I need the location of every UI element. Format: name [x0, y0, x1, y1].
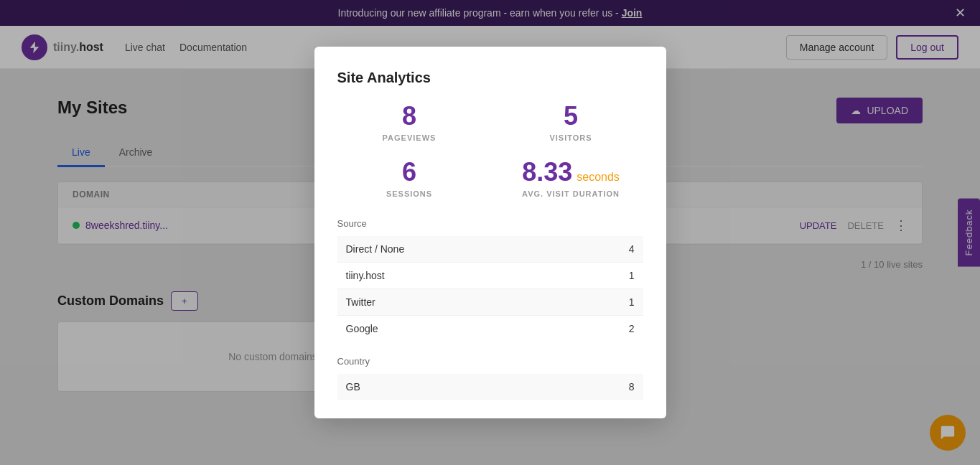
source-name: tiiny.host: [337, 262, 572, 288]
visitors-value: 5: [499, 103, 643, 129]
country-row: GB8: [337, 374, 643, 400]
stats-grid: 8 PAGEVIEWS 5 VISITORS 6 SESSIONS 8.33 s…: [337, 103, 643, 198]
source-section-label: Source: [337, 218, 643, 229]
avg-duration-label: AVG. VISIT DURATION: [499, 189, 643, 198]
source-count: 1: [572, 288, 643, 315]
avg-duration-value: 8.33 seconds: [499, 159, 643, 185]
source-count: 4: [572, 236, 643, 263]
source-count: 1: [572, 262, 643, 288]
avg-duration-stat: 8.33 seconds AVG. VISIT DURATION: [499, 159, 643, 198]
pageviews-label: PAGEVIEWS: [337, 133, 482, 142]
sessions-stat: 6 SESSIONS: [337, 159, 482, 198]
source-name: Google: [337, 315, 572, 342]
sessions-label: SESSIONS: [337, 189, 482, 198]
source-name: Direct / None: [337, 236, 572, 263]
source-row: Direct / None4: [337, 236, 643, 263]
visitors-label: VISITORS: [499, 133, 643, 142]
country-name: GB: [337, 374, 515, 400]
pageviews-value: 8: [337, 103, 482, 129]
source-row: tiiny.host1: [337, 262, 643, 288]
source-row: Twitter1: [337, 288, 643, 315]
source-count: 2: [572, 315, 643, 342]
avg-duration-unit: seconds: [577, 172, 620, 183]
pageviews-stat: 8 PAGEVIEWS: [337, 103, 482, 142]
country-table: GB8: [337, 374, 643, 400]
visitors-stat: 5 VISITORS: [499, 103, 643, 142]
source-table: Direct / None4tiiny.host1Twitter1Google2: [337, 236, 643, 342]
source-name: Twitter: [337, 288, 572, 315]
modal-title: Site Analytics: [337, 70, 643, 86]
country-count: 8: [515, 374, 643, 400]
site-analytics-modal: Site Analytics 8 PAGEVIEWS 5 VISITORS 6 …: [314, 47, 666, 418]
modal-overlay[interactable]: Site Analytics 8 PAGEVIEWS 5 VISITORS 6 …: [0, 0, 980, 465]
source-row: Google2: [337, 315, 643, 342]
country-section-label: Country: [337, 356, 643, 367]
sessions-value: 6: [337, 159, 482, 185]
